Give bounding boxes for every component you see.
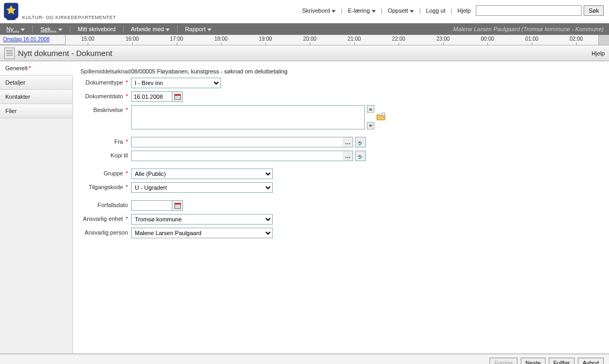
select-gruppe[interactable]: Alle (Public) — [131, 169, 273, 179]
search-box: Søk — [476, 5, 604, 16]
calendar-icon[interactable] — [172, 201, 182, 210]
label-dokumenttype: Dokumenttype * — [80, 78, 131, 86]
date-field-dokumentdato — [131, 91, 183, 102]
timeline-ticks[interactable]: 15:00 16:00 17:00 18:00 19:00 20:00 21:0… — [66, 35, 598, 45]
input-dokumentdato[interactable] — [132, 92, 172, 101]
tab-detaljer[interactable]: Detaljer — [0, 76, 72, 90]
select-ansvarlig-enhet[interactable]: Tromsø kommune — [131, 214, 273, 225]
document-icon — [4, 48, 15, 59]
search-button[interactable]: Søk — [584, 5, 604, 16]
value-spillemiddel: 08/00005 Fløyabanen, kunstgress - søknad… — [131, 67, 288, 74]
ellipsis-icon: … — [345, 139, 350, 145]
svg-rect-6 — [382, 113, 385, 116]
timeline-tick: 21:00 — [332, 35, 376, 45]
org-name: KULTUR- OG KIRKEDEPARTEMENTET — [22, 15, 116, 20]
timeline-tick: 02:00 — [554, 35, 598, 45]
timeline-tick: 20:00 — [288, 35, 332, 45]
timeline-tick: 15:00 — [66, 35, 110, 45]
wizard-footer: Forrige Neste Fullfør Avbryt — [0, 354, 609, 364]
date-field-forfallsdato — [131, 200, 183, 211]
neste-button[interactable]: Neste — [521, 358, 546, 365]
svg-rect-2 — [174, 95, 180, 96]
textarea-beskrivelse[interactable] — [131, 105, 365, 129]
menu-sok[interactable]: Søk… — [37, 26, 66, 32]
select-tilgangskode[interactable]: U - Ugradert — [131, 182, 273, 193]
spin-up-button[interactable] — [367, 105, 374, 113]
chevron-down-icon — [410, 10, 414, 13]
side-tabs: Generelt* Detaljer Kontakter Filer — [0, 61, 73, 353]
menu-rapport[interactable]: Rapport — [182, 26, 215, 32]
chevron-down-icon — [207, 29, 211, 31]
timeline-tick: 19:00 — [243, 35, 288, 45]
tab-generelt[interactable]: Generelt* — [0, 61, 73, 76]
label-ansvarlig-person: Ansvarlig person — [80, 228, 131, 236]
triangle-down-icon — [368, 125, 373, 127]
chevron-down-icon — [372, 10, 376, 13]
spellcheck-icon: ab — [357, 139, 364, 145]
select-ansvarlig-person[interactable]: Malene Larsen Paulgaard — [131, 228, 273, 238]
chevron-down-icon — [165, 29, 170, 31]
nav-elaering[interactable]: E-læring — [347, 6, 377, 15]
current-user-label: Malene Larsen Paulgaard (Tromsø kommune … — [453, 26, 604, 32]
chevron-down-icon — [21, 29, 25, 31]
spellcheck-button[interactable]: ab — [355, 151, 366, 161]
calendar-icon[interactable] — [172, 92, 182, 101]
spellcheck-icon: ab — [357, 153, 364, 159]
timeline-scroll-handle[interactable] — [598, 35, 609, 45]
fullfor-button[interactable]: Fullfør — [549, 358, 575, 365]
timeline: Onsdag 16.01.2008 15:00 16:00 17:00 18:0… — [0, 35, 609, 45]
timeline-tick: 22:00 — [376, 35, 421, 45]
form-area: Spillemiddelsøknad 08/00005 Fløyabanen, … — [73, 61, 609, 353]
spin-down-button[interactable] — [367, 122, 374, 129]
top-nav: Skrivebord | E-læring | Oppsett | Logg u… — [301, 2, 604, 16]
nav-hjelp[interactable]: Hjelp — [456, 6, 472, 15]
page-title: Nytt dokument - Dokument — [18, 49, 112, 58]
title-bar: Nytt dokument - Dokument Hjelp — [0, 45, 609, 61]
timeline-date[interactable]: Onsdag 16.01.2008 — [0, 35, 66, 45]
timeline-tick: 17:00 — [154, 35, 199, 45]
avbryt-button[interactable]: Avbryt — [578, 358, 604, 365]
help-link[interactable]: Hjelp — [592, 50, 605, 57]
label-forfallsdato: Forfallsdato — [80, 200, 131, 208]
timeline-tick: 16:00 — [110, 35, 154, 45]
tab-label: Filer — [5, 108, 16, 114]
chevron-down-icon — [58, 29, 62, 31]
nav-loggut[interactable]: Logg ut — [425, 6, 447, 15]
browse-button[interactable]: … — [343, 137, 353, 147]
select-dokumenttype[interactable]: I - Brev inn — [131, 78, 221, 88]
timeline-tick: 01:00 — [510, 35, 554, 45]
menu-mitt-skrivebord[interactable]: Mitt skrivebord — [75, 26, 119, 32]
label-spillemiddel: Spillemiddelsøknad — [80, 67, 131, 74]
timeline-tick: 00:00 — [465, 35, 510, 45]
tab-filer[interactable]: Filer — [0, 104, 72, 118]
nav-oppsett[interactable]: Oppsett — [386, 6, 415, 15]
triangle-up-icon — [368, 108, 373, 110]
label-gruppe: Gruppe * — [80, 169, 131, 176]
menu-arbeide-med[interactable]: Arbeide med — [128, 26, 173, 32]
spellcheck-button[interactable]: ab — [355, 137, 366, 147]
svg-rect-10 — [174, 203, 180, 205]
input-fra[interactable] — [131, 137, 343, 147]
timeline-tick: 18:00 — [199, 35, 243, 45]
browse-button[interactable]: … — [343, 151, 353, 161]
nav-skrivebord[interactable]: Skrivebord — [301, 6, 337, 15]
input-kopi-til[interactable] — [131, 151, 343, 161]
menu-ny[interactable]: Ny… — [3, 26, 28, 32]
label-fra: Fra * — [80, 137, 131, 145]
ellipsis-icon: … — [345, 153, 350, 159]
label-dokumentdato: Dokumentdato * — [80, 91, 131, 99]
chevron-down-icon — [331, 10, 336, 13]
shield-icon — [3, 2, 19, 21]
folder-icon[interactable] — [376, 113, 386, 122]
timeline-tick: 23:00 — [421, 35, 465, 45]
tab-label: Detaljer — [5, 79, 25, 86]
menu-bar: Ny… Søk… Mitt skrivebord Arbeide med Rap… — [0, 23, 609, 35]
label-beskrivelse: Beskrivelse * — [80, 105, 131, 113]
input-forfallsdato[interactable] — [132, 201, 172, 210]
label-ansvarlig-enhet: Ansvarlig enhet * — [80, 214, 131, 222]
tab-kontakter[interactable]: Kontakter — [0, 90, 72, 104]
org-logo-block: KULTUR- OG KIRKEDEPARTEMENTET — [3, 2, 116, 21]
required-marker: * — [29, 65, 31, 71]
search-input[interactable] — [476, 5, 582, 16]
tab-label: Kontakter — [5, 94, 30, 100]
